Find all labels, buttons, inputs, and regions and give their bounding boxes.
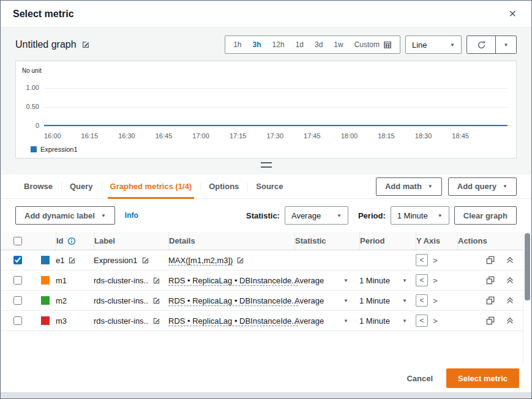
- x-axis-tick: 17:45: [304, 132, 321, 140]
- add-math-button[interactable]: Add math ▼: [376, 177, 442, 196]
- edit-id-icon[interactable]: [68, 256, 76, 264]
- dialog-footer: Cancel Select metric: [1, 364, 531, 392]
- row-id: m1: [56, 276, 67, 285]
- panel-resize-handle[interactable]: [261, 162, 272, 168]
- duplicate-icon[interactable]: [486, 316, 495, 325]
- period-select[interactable]: 1 Minute ▼: [391, 206, 449, 225]
- add-dynamic-label-button[interactable]: Add dynamic label ▼: [15, 206, 115, 225]
- series-color-swatch: [41, 316, 50, 325]
- add-dynamic-label-label: Add dynamic label: [24, 211, 95, 220]
- statistic-select[interactable]: Average ▼: [285, 206, 348, 225]
- row-checkbox[interactable]: [13, 276, 22, 285]
- row-checkbox[interactable]: [13, 296, 22, 305]
- move-to-top-icon[interactable]: [506, 296, 514, 305]
- x-axis-tick: 17:15: [230, 132, 247, 140]
- header-label: Label: [94, 232, 168, 250]
- row-period-select[interactable]: 1 Minute ▼: [359, 270, 416, 290]
- legend-item-expression1[interactable]: Expression1: [31, 146, 78, 153]
- y-axis-left-button[interactable]: <: [416, 294, 428, 307]
- row-checkbox[interactable]: [13, 256, 22, 264]
- row-statistic-select[interactable]: Average ▼: [294, 291, 359, 310]
- edit-label-icon[interactable]: [152, 317, 160, 325]
- time-range-12h[interactable]: 12h: [267, 36, 290, 53]
- cancel-button[interactable]: Cancel: [403, 373, 436, 384]
- refresh-options-button[interactable]: ▼: [495, 36, 516, 53]
- x-axis-tick: 17:00: [192, 132, 209, 140]
- clear-graph-button[interactable]: Clear graph: [454, 206, 517, 225]
- row-details[interactable]: RDS • ReplicaLag • DBInstanceIde...: [168, 296, 298, 305]
- statistic-label: Statistic:: [246, 211, 280, 220]
- add-query-button[interactable]: Add query ▼: [448, 177, 517, 196]
- table-header-row: Id Label Details Statistic Period Y Axis…: [1, 232, 531, 250]
- move-to-top-icon[interactable]: [506, 276, 514, 285]
- caret-down-icon: ▼: [402, 278, 407, 283]
- time-range-1d[interactable]: 1d: [290, 36, 309, 53]
- edit-expression-icon[interactable]: [236, 256, 244, 264]
- tab-options[interactable]: Options: [200, 174, 247, 198]
- y-tick-label: 0: [16, 122, 39, 129]
- time-range-custom[interactable]: Custom: [349, 36, 397, 53]
- chart-type-value: Line: [412, 40, 427, 50]
- refresh-button[interactable]: [467, 36, 495, 53]
- id-info-icon[interactable]: [67, 237, 76, 245]
- move-to-top-icon[interactable]: [506, 256, 514, 264]
- row-checkbox[interactable]: [13, 316, 22, 325]
- edit-label-icon[interactable]: [152, 277, 160, 285]
- y-axis-left-button[interactable]: <: [416, 315, 428, 327]
- scrollbar-thumb[interactable]: [525, 233, 530, 300]
- y-axis-unit-label: No unit: [22, 67, 42, 74]
- x-axis-tick: 18:30: [415, 132, 432, 140]
- row-period-select[interactable]: 1 Minute ▼: [359, 291, 416, 310]
- graph-toolbar: Untitled graph 1h 3h 12h 1d 3d 1w Custom: [15, 35, 517, 54]
- row-id: m3: [56, 316, 67, 326]
- header-details: Details: [168, 232, 294, 250]
- time-range-1h[interactable]: 1h: [228, 36, 247, 53]
- row-statistic-select[interactable]: Average ▼: [294, 311, 359, 330]
- tab-query[interactable]: Query: [61, 174, 102, 198]
- y-axis-left-button[interactable]: <: [416, 274, 428, 286]
- y-axis-right-button[interactable]: >: [433, 296, 438, 305]
- time-range-1w[interactable]: 1w: [328, 36, 348, 53]
- gridline: [44, 107, 508, 108]
- row-details[interactable]: RDS • ReplicaLag • DBInstanceIde...: [168, 316, 298, 326]
- series-color-swatch: [41, 276, 50, 285]
- refresh-group: ▼: [466, 35, 517, 54]
- duplicate-icon[interactable]: [486, 256, 495, 264]
- edit-graph-title-icon[interactable]: [81, 40, 90, 49]
- caret-down-icon: ▼: [101, 213, 106, 218]
- time-range-3h[interactable]: 3h: [247, 36, 267, 53]
- period-value: 1 Minute: [397, 211, 428, 220]
- caret-down-icon: ▼: [428, 184, 433, 189]
- time-range-3d[interactable]: 3d: [309, 36, 328, 53]
- row-details[interactable]: MAX([m1,m2,m3]): [168, 256, 233, 265]
- edit-label-icon[interactable]: [141, 256, 149, 264]
- tab-graphed-metrics[interactable]: Graphed metrics (1/4): [102, 174, 201, 198]
- caret-down-icon: ▼: [450, 42, 455, 48]
- select-metric-button[interactable]: Select metric: [446, 368, 519, 388]
- row-period-value: 1 Minute: [359, 296, 390, 305]
- row-details[interactable]: RDS • ReplicaLag • DBInstanceIde...: [168, 276, 298, 285]
- row-period-select[interactable]: 1 Minute ▼: [359, 311, 416, 330]
- duplicate-icon[interactable]: [486, 276, 495, 285]
- caret-down-icon: ▼: [337, 213, 342, 218]
- row-statistic-select[interactable]: Average ▼: [294, 270, 359, 290]
- table-row-m3: m3 rds-cluster-ins... RDS • ReplicaLag •…: [1, 311, 531, 331]
- tab-browse[interactable]: Browse: [15, 174, 61, 198]
- x-axis: 16:00 16:15 16:30 16:45 17:00 17:15 17:3…: [44, 132, 469, 140]
- edit-label-icon[interactable]: [152, 297, 160, 305]
- y-axis-left-button[interactable]: <: [416, 254, 428, 266]
- select-all-checkbox[interactable]: [13, 237, 22, 245]
- table-scrollbar[interactable]: [523, 232, 531, 364]
- tab-source[interactable]: Source: [247, 174, 291, 198]
- move-to-top-icon[interactable]: [506, 316, 514, 325]
- close-button[interactable]: ✕: [506, 7, 519, 21]
- y-axis-right-button[interactable]: >: [433, 316, 438, 326]
- close-icon: ✕: [509, 9, 517, 19]
- refresh-icon: [477, 40, 486, 50]
- duplicate-icon[interactable]: [486, 296, 495, 305]
- table-row-m1: m1 rds-cluster-ins... RDS • ReplicaLag •…: [1, 270, 531, 291]
- chart-type-select[interactable]: Line ▼: [405, 35, 462, 54]
- info-link[interactable]: Info: [125, 211, 138, 220]
- y-axis-right-button[interactable]: >: [433, 256, 438, 265]
- y-axis-right-button[interactable]: >: [433, 276, 438, 285]
